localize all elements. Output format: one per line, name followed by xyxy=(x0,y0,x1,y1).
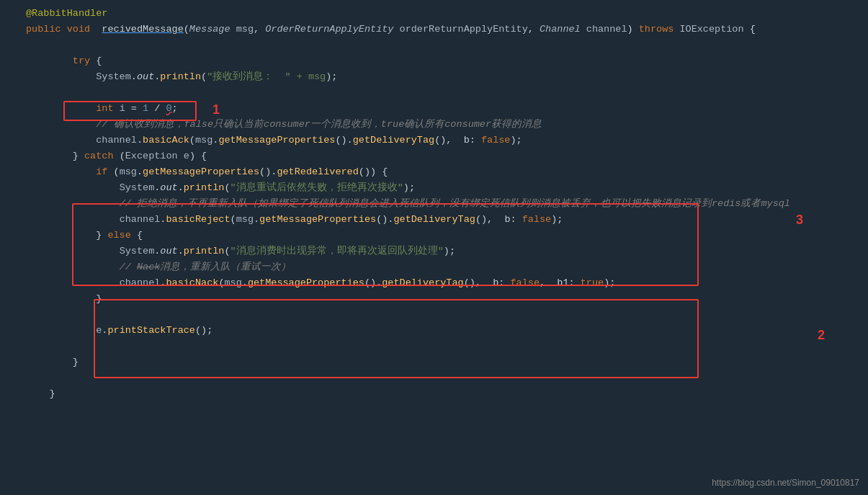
line-try: try { xyxy=(0,53,868,69)
line-if-redelivered: if (msg.getMessageProperties().getRedeli… xyxy=(0,164,868,180)
line-comment3: // Nack消息，重新入队（重试一次） xyxy=(0,259,868,275)
line-comment1: // 确认收到消息，false只确认当前consumer一个消息收到，true确… xyxy=(0,117,868,133)
line-method-sig: public void recivedMessage(Message msg, … xyxy=(0,22,868,37)
label-3: 3 xyxy=(796,213,803,228)
line-method-close: } xyxy=(0,386,868,402)
line-basic-ack: channel.basicAck(msg.getMessagePropertie… xyxy=(0,133,868,148)
label-1: 1 xyxy=(212,102,220,117)
line-else-close: } xyxy=(0,291,868,307)
line-println1: System.out.println("接收到消息： " + msg); xyxy=(0,69,868,85)
line-blank xyxy=(0,37,868,53)
line-basic-nack: channel.basicNack(msg.getMessageProperti… xyxy=(0,275,868,291)
line-println3: System.out.println("消息消费时出现异常，即将再次返回队列处理… xyxy=(0,244,868,259)
watermark: https://blog.csdn.net/Simon_09010817 xyxy=(712,478,859,488)
line-else: } else { xyxy=(0,228,868,244)
line-blank3 xyxy=(0,307,868,323)
line-print-stack: e.printStackTrace(); xyxy=(0,323,868,339)
line-blank2 xyxy=(0,85,868,101)
code-editor: @RabbitHandler public void recivedMessag… xyxy=(0,0,868,495)
line-blank5 xyxy=(0,370,868,386)
line-catch: } catch (Exception e) { xyxy=(0,148,868,164)
line-basic-reject: channel.basicReject(msg.getMessageProper… xyxy=(0,212,868,228)
line-comment2: // 拒绝消息，不再重新入队（如果绑定了死信队列消息会进入死信队列，没有绑定死信… xyxy=(0,196,868,212)
label-2: 2 xyxy=(818,328,825,343)
line-catch-close: } xyxy=(0,354,868,370)
line-annotation: @RabbitHandler xyxy=(0,6,868,22)
line-int-decl: int i = 1 / 0; xyxy=(0,101,868,117)
line-println2: System.out.println("消息重试后依然失败，拒绝再次接收"); xyxy=(0,180,868,196)
line-blank4 xyxy=(0,339,868,354)
